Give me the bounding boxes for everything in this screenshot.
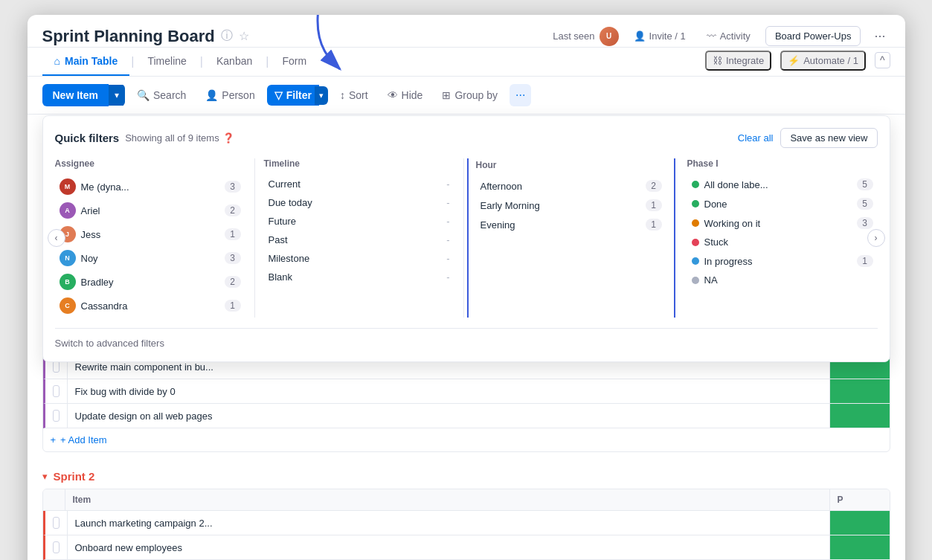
done-dot — [692, 200, 699, 207]
row3-checkbox[interactable] — [53, 410, 60, 422]
row2-checkbox[interactable] — [53, 385, 60, 397]
filter-nav-left-button[interactable]: ‹ — [48, 229, 65, 247]
assignee-ariel-item[interactable]: A Ariel 2 — [55, 199, 245, 222]
row2-p-cell — [830, 379, 890, 403]
save-view-button[interactable]: Save as new view — [780, 128, 877, 148]
table-row: Update design on all web pages — [43, 404, 890, 428]
sprint2-title: Sprint 2 — [54, 470, 95, 483]
timeline-future-item[interactable]: Future - — [264, 212, 454, 231]
hour-earlymorning-item[interactable]: Early Morning 1 — [476, 196, 666, 215]
noy-avatar: N — [60, 250, 76, 266]
table-row: Fix bug with divide by 0 — [43, 379, 890, 404]
filter-button-group[interactable]: ▽ Filter ▾ — [267, 85, 328, 106]
workingonit-dot — [692, 219, 699, 227]
assignee-me-item[interactable]: M Me (dyna... 3 — [55, 175, 245, 199]
home-icon: ⌂ — [54, 55, 60, 67]
person-filter-button[interactable]: 👤 Person — [198, 85, 262, 106]
automate-button[interactable]: ⚡ Automate / 1 — [780, 51, 866, 71]
more-tools-button[interactable]: ··· — [510, 84, 531, 106]
quick-filters-footer: Switch to advanced filters — [55, 328, 878, 350]
quick-filters-help-icon[interactable]: ❓ — [222, 132, 234, 144]
s2-row2-checkbox[interactable] — [53, 541, 60, 553]
s2-row1-checkbox-cell — [45, 511, 68, 535]
sprint2-header-checkbox — [43, 489, 65, 510]
filter-dropdown-button[interactable]: ▾ — [315, 86, 328, 105]
new-item-dropdown-button[interactable]: ▾ — [109, 85, 125, 106]
filter-columns-wrapper: ‹ Assignee M Me (dyna... 3 — [55, 158, 878, 318]
na-dot — [692, 277, 699, 284]
hour-evening-item[interactable]: Evening 1 — [476, 215, 666, 234]
filter-nav-right-button[interactable]: › — [867, 229, 885, 247]
tab-form[interactable]: Form — [270, 48, 318, 76]
sort-icon: ↕ — [340, 89, 345, 101]
assignee-jess-item[interactable]: J Jess 1 — [55, 222, 245, 246]
tab-kanban[interactable]: Kanban — [205, 48, 264, 76]
collapse-button[interactable]: ^ — [875, 52, 890, 68]
info-icon[interactable]: ⓘ — [221, 28, 233, 44]
sprint1-add-item-button[interactable]: + + Add Item — [43, 428, 890, 451]
board-powerups-button[interactable]: Board Power-Ups — [765, 26, 861, 46]
s2-row1-checkbox[interactable] — [53, 517, 60, 529]
row2-item-cell: Fix bug with divide by 0 — [68, 379, 830, 403]
avatar: U — [600, 27, 619, 46]
sprint2-chevron-icon: ▾ — [42, 471, 48, 482]
assignee-col-title: Assignee — [55, 158, 245, 169]
phase-na-item[interactable]: NA — [687, 271, 878, 289]
phase-column: Phase I All done labe... 5 Done — [678, 158, 878, 318]
tab-main-table[interactable]: ⌂ Main Table — [42, 48, 130, 76]
board-title: Sprint Planning Board — [42, 27, 215, 46]
timeline-blank-item[interactable]: Blank - — [264, 268, 454, 286]
s2-row2-item-cell: Onboard new employees — [68, 535, 830, 559]
me-avatar: M — [60, 178, 76, 195]
add-tab-button[interactable]: + — [318, 48, 341, 76]
s2-row1-p-cell — [830, 511, 890, 535]
search-button[interactable]: 🔍 Search — [129, 85, 193, 106]
last-seen-section: Last seen U — [553, 27, 618, 46]
clear-all-button[interactable]: Clear all — [738, 132, 774, 144]
phase-alldone-item[interactable]: All done labe... 5 — [687, 175, 878, 194]
hour-column: Hour Afternoon 2 Early Morning 1 Evening… — [467, 158, 675, 318]
timeline-duetoday-item[interactable]: Due today - — [264, 193, 454, 212]
activity-icon: 〰 — [707, 30, 716, 42]
assignee-column: Assignee M Me (dyna... 3 A Ariel — [55, 158, 255, 318]
integrate-button[interactable]: ⛓ Integrate — [705, 51, 771, 71]
switch-advanced-button[interactable]: Switch to advanced filters — [55, 338, 164, 349]
header-more-button[interactable]: ··· — [870, 25, 890, 47]
assignee-cassandra-item[interactable]: C Cassandra 1 — [55, 294, 245, 318]
automate-icon: ⚡ — [788, 55, 800, 66]
new-item-button[interactable]: New Item ▾ — [42, 84, 125, 106]
row1-checkbox[interactable] — [53, 361, 60, 373]
sprint2-table-header: Item P — [43, 489, 890, 511]
person-filter-icon: 👤 — [205, 89, 218, 101]
star-icon[interactable]: ☆ — [239, 29, 249, 43]
sprint2-header[interactable]: ▾ Sprint 2 — [42, 464, 890, 489]
phase-stuck-item[interactable]: Stuck — [687, 233, 878, 251]
hide-icon: 👁 — [388, 89, 398, 101]
bradley-avatar: B — [60, 274, 76, 290]
group-by-button[interactable]: ⊞ Group by — [434, 85, 505, 106]
phase-done-item[interactable]: Done 5 — [687, 194, 878, 213]
timeline-current-item[interactable]: Current - — [264, 175, 454, 193]
tab-timeline[interactable]: Timeline — [135, 48, 198, 76]
filter-button[interactable]: ▽ Filter — [267, 85, 319, 106]
ariel-avatar: A — [60, 202, 76, 219]
quick-filters-title: Quick filters — [55, 132, 120, 144]
timeline-milestone-item[interactable]: Milestone - — [264, 249, 454, 268]
sort-button[interactable]: ↕ Sort — [332, 85, 376, 106]
assignee-bradley-item[interactable]: B Bradley 2 — [55, 270, 245, 294]
phase-workingonit-item[interactable]: Working on it 3 — [687, 213, 878, 233]
invite-button[interactable]: 👤 Invite / 1 — [628, 28, 692, 45]
s2-row2-p-cell — [830, 535, 890, 559]
hide-button[interactable]: 👁 Hide — [380, 85, 431, 106]
tab-bar: ⌂ Main Table | Timeline | Kanban | Form … — [28, 48, 905, 77]
timeline-past-item[interactable]: Past - — [264, 231, 454, 249]
assignee-noy-item[interactable]: N Noy 3 — [55, 246, 245, 270]
phase-inprogress-item[interactable]: In progress 1 — [687, 251, 878, 271]
activity-button[interactable]: 〰 Activity — [701, 28, 756, 45]
hour-afternoon-item[interactable]: Afternoon 2 — [476, 176, 666, 196]
new-item-main-button[interactable]: New Item — [42, 84, 109, 106]
tab-separator-3: | — [264, 55, 270, 68]
row3-checkbox-cell — [45, 404, 68, 428]
quick-filters-header: Quick filters Showing all of 9 items ❓ C… — [55, 128, 878, 148]
tab-separator: | — [129, 55, 135, 68]
